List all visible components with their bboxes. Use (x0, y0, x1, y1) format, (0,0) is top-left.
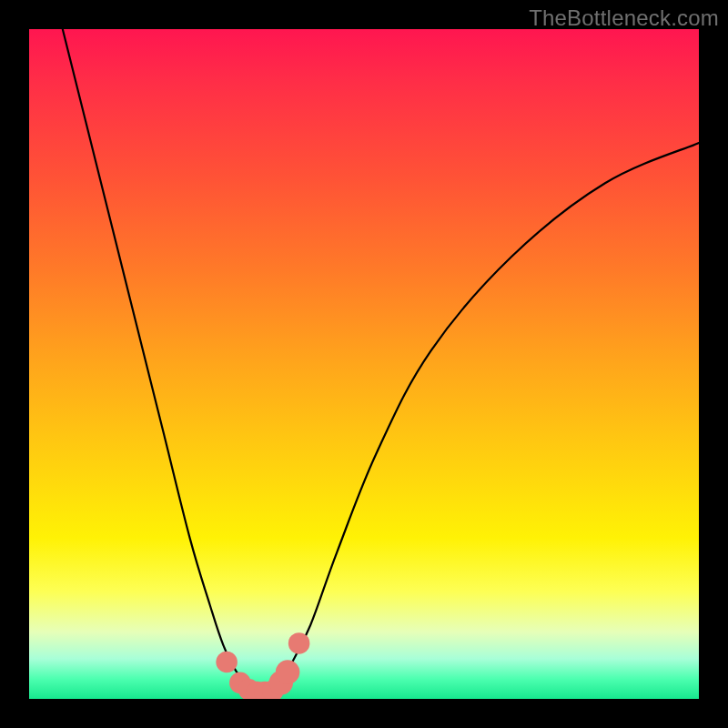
markers-group (216, 632, 309, 699)
data-marker (276, 660, 300, 684)
watermark-text: TheBottleneck.com (529, 5, 719, 31)
data-marker (254, 682, 276, 699)
data-marker (229, 672, 251, 694)
data-marker (246, 682, 268, 699)
data-marker (216, 652, 238, 673)
curve-right-branch (264, 143, 699, 693)
chart-frame: TheBottleneck.com (0, 0, 728, 728)
data-marker (262, 680, 284, 699)
data-marker (268, 671, 293, 695)
data-marker (238, 679, 260, 699)
curve-left-branch (63, 29, 264, 693)
curve-layer (29, 29, 699, 699)
plot-area (29, 29, 699, 699)
data-marker (288, 632, 310, 654)
